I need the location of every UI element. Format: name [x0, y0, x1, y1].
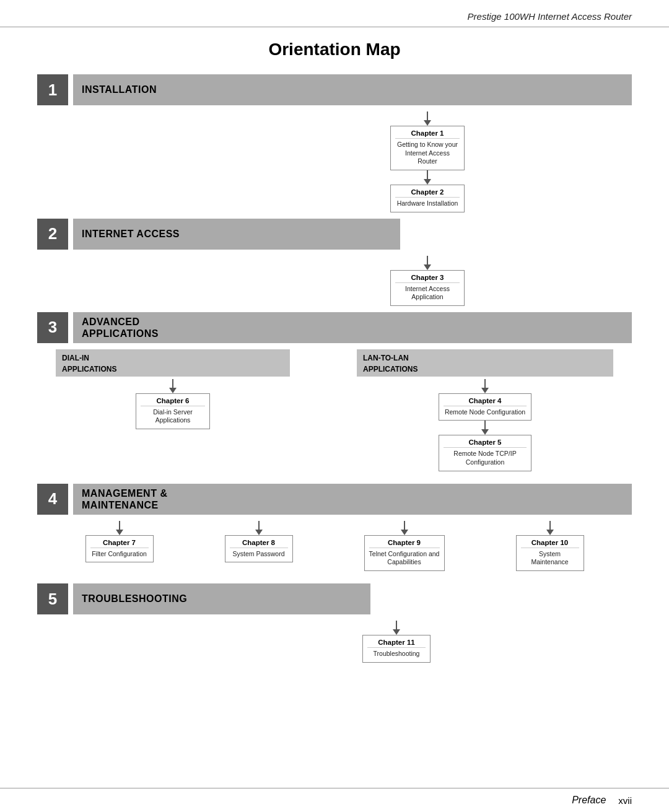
ch8-desc: System Password	[230, 550, 288, 559]
header-title: Prestige 100WH Internet Access Router	[468, 11, 632, 22]
management-chapters: Chapter 7 Filter Configuration Chapter 8…	[37, 521, 632, 571]
lan-to-lan-arrow-line-2	[484, 421, 486, 429]
section-3-label: ADVANCED APPLICATIONS	[82, 316, 159, 339]
dial-in-bar: DIAL-IN APPLICATIONS	[56, 349, 290, 377]
chapter-2-card: Chapter 2 Hardware Installation	[390, 185, 465, 212]
ch6-desc: Dial-in Server Applications	[141, 408, 205, 425]
advanced-sub-sections: DIAL-IN APPLICATIONS Chapter 6 Dial-in S…	[37, 349, 632, 471]
lan-to-lan-arrowhead-2	[481, 429, 489, 435]
ch2-num: Chapter 2	[395, 188, 460, 198]
arrow-line-3	[427, 256, 428, 264]
ch3-desc: Internet Access Application	[395, 285, 460, 302]
ch8-arrowhead	[255, 530, 263, 535]
chapter-4-card: Chapter 4 Remote Node Configuration	[439, 393, 531, 421]
section-3-advanced: 3 ADVANCED APPLICATIONS	[37, 312, 632, 343]
lan-to-lan-arrowhead-1	[481, 388, 489, 393]
chapter-8-card: Chapter 8 System Password	[225, 535, 293, 563]
ch1-num: Chapter 1	[395, 129, 460, 139]
ch9-arrow-line	[404, 521, 405, 530]
section-2-bar: INTERNET ACCESS	[73, 219, 400, 250]
arrowhead-2	[424, 179, 431, 185]
ch6-num: Chapter 6	[141, 397, 205, 406]
lan-to-lan-arrow-line-1	[484, 379, 486, 388]
section-1-label: INSTALLATION	[82, 84, 157, 95]
section-1-number: 1	[37, 74, 68, 105]
chapter-11-card: Chapter 11 Troubleshooting	[362, 635, 431, 663]
section-5-bar: TROUBLESHOOTING	[73, 583, 370, 614]
ch9-num: Chapter 9	[369, 539, 440, 548]
ch11-arrow-line	[396, 621, 397, 629]
ch5-desc: Remote Node TCP/IP Configuration	[444, 450, 527, 466]
section-1-bar: INSTALLATION	[73, 74, 632, 105]
ch1-flow: Chapter 1 Getting to Know your Internet …	[223, 111, 632, 212]
ch7-desc: Filter Configuration	[90, 550, 149, 559]
orientation-map: 1 INSTALLATION Chapter 1 Getting to Know…	[37, 74, 632, 663]
section-4-bar: MANAGEMENT & MAINTENANCE	[73, 484, 632, 515]
chapter-9-card: Chapter 9 Telnet Configuration and Capab…	[364, 535, 445, 571]
chapter-7-card: Chapter 7 Filter Configuration	[85, 535, 154, 563]
ch10-arrow-line	[549, 521, 551, 530]
ch11-num: Chapter 11	[367, 639, 426, 648]
section-1-installation: 1 INSTALLATION	[37, 74, 632, 105]
footer-page: xvii	[618, 795, 632, 806]
ch9-desc: Telnet Configuration and Capabilities	[369, 550, 440, 567]
ch11-flow: Chapter 11 Troubleshooting	[161, 621, 632, 663]
lan-to-lan-label: LAN-TO-LAN APPLICATIONS	[363, 354, 418, 373]
footer-preface: Preface	[572, 795, 606, 806]
lan-to-lan-section: LAN-TO-LAN APPLICATIONS Chapter 4 Remote…	[357, 349, 613, 471]
dial-in-label: DIAL-IN APPLICATIONS	[62, 354, 116, 373]
ch7-flow: Chapter 7 Filter Configuration	[85, 521, 154, 571]
ch5-num: Chapter 5	[444, 439, 527, 448]
ch7-arrow-line	[119, 521, 120, 530]
page-title: Orientation Map	[37, 40, 632, 59]
chapter-1-card: Chapter 1 Getting to Know your Internet …	[390, 126, 465, 170]
ch3-num: Chapter 3	[395, 274, 460, 283]
arrowhead-3	[424, 264, 431, 270]
ch9-flow: Chapter 9 Telnet Configuration and Capab…	[364, 521, 445, 571]
ch1-desc: Getting to Know your Internet Access Rou…	[395, 141, 460, 166]
footer: Preface xvii	[0, 788, 669, 812]
ch4-desc: Remote Node Configuration	[444, 408, 527, 417]
section-4-label: MANAGEMENT & MAINTENANCE	[82, 487, 167, 511]
ch10-flow: Chapter 10 System Maintenance	[516, 521, 584, 571]
page-container: Prestige 100WH Internet Access Router Or…	[0, 0, 669, 812]
ch10-num: Chapter 10	[521, 539, 579, 548]
ch2-desc: Hardware Installation	[395, 199, 460, 208]
header: Prestige 100WH Internet Access Router	[0, 0, 669, 27]
chapter-10-card: Chapter 10 System Maintenance	[516, 535, 584, 571]
dial-in-arrowhead	[169, 388, 177, 393]
section-3-number: 3	[37, 312, 68, 343]
ch11-arrowhead	[393, 629, 400, 635]
chapter-5-card: Chapter 5 Remote Node TCP/IP Configurati…	[439, 435, 531, 471]
section-5-number: 5	[37, 583, 68, 614]
section-2-internet: 2 INTERNET ACCESS	[37, 219, 632, 250]
ch10-arrowhead	[546, 530, 554, 535]
arrow-line-2	[427, 170, 428, 179]
arrowhead-1	[424, 120, 431, 126]
section-3-bar: ADVANCED APPLICATIONS	[73, 312, 632, 343]
section-4-management: 4 MANAGEMENT & MAINTENANCE	[37, 484, 632, 515]
ch8-num: Chapter 8	[230, 539, 288, 548]
section-2-label: INTERNET ACCESS	[82, 228, 180, 240]
section-5-label: TROUBLESHOOTING	[82, 593, 187, 605]
main-content: Orientation Map 1 INSTALLATION Chapter 1…	[0, 27, 669, 675]
dial-in-arrow-line	[172, 379, 173, 388]
chapter-3-card: Chapter 3 Internet Access Application	[390, 270, 465, 306]
arrow-line-1	[427, 111, 428, 120]
lan-to-lan-bar: LAN-TO-LAN APPLICATIONS	[357, 349, 613, 377]
ch7-num: Chapter 7	[90, 539, 149, 548]
ch3-flow: Chapter 3 Internet Access Application	[223, 256, 632, 306]
section-2-number: 2	[37, 219, 68, 250]
ch11-desc: Troubleshooting	[367, 650, 426, 658]
ch7-arrowhead	[116, 530, 123, 535]
section-5-troubleshooting: 5 TROUBLESHOOTING	[37, 583, 632, 614]
ch8-flow: Chapter 8 System Password	[225, 521, 293, 571]
chapter-6-card: Chapter 6 Dial-in Server Applications	[136, 393, 210, 429]
dial-in-section: DIAL-IN APPLICATIONS Chapter 6 Dial-in S…	[56, 349, 290, 471]
ch9-arrowhead	[401, 530, 408, 535]
section-4-number: 4	[37, 484, 68, 515]
ch10-desc: System Maintenance	[521, 550, 579, 567]
ch8-arrow-line	[258, 521, 260, 530]
ch4-num: Chapter 4	[444, 397, 527, 406]
